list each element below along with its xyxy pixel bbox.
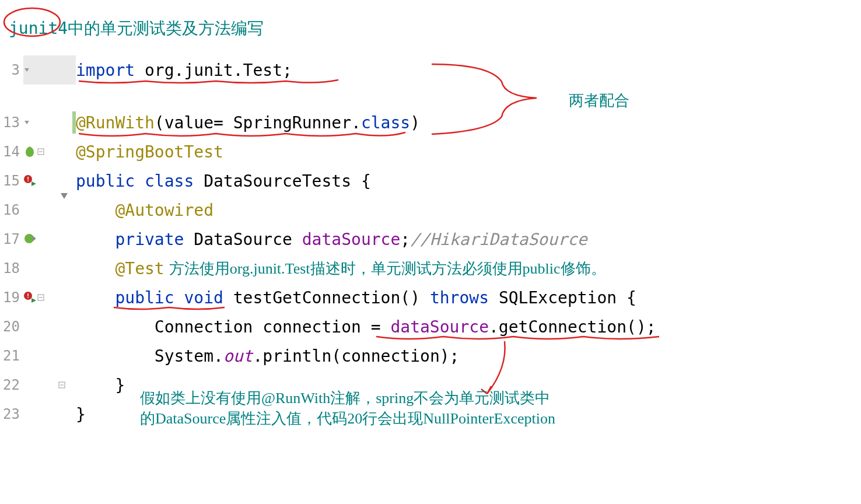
- code-line-20[interactable]: 20 Connection connection = dataSource.ge…: [0, 312, 656, 341]
- code-content[interactable]: import org.junit.Test;: [76, 61, 292, 80]
- line-number: 15: [0, 173, 23, 189]
- fold-icon[interactable]: [37, 148, 44, 155]
- code-line-22[interactable]: 22 }: [0, 370, 656, 400]
- line-number: 14: [0, 144, 23, 160]
- line-number: 18: [0, 260, 23, 276]
- title: junit4中的单元测试类及方法编写: [9, 18, 264, 40]
- svg-text:!: !: [26, 176, 30, 183]
- run-test-icon[interactable]: !: [23, 174, 36, 187]
- fold-icon[interactable]: [23, 119, 30, 126]
- code-line-21[interactable]: 21 System.out.println(connection);: [0, 341, 656, 370]
- code-line-18[interactable]: 18 @Test 方法使用org.junit.Test描述时，单元测试方法必须使…: [0, 254, 656, 283]
- code-content[interactable]: private DataSource dataSource;//HikariDa…: [76, 230, 587, 249]
- code-line-14[interactable]: 14 @SpringBootTest: [0, 137, 656, 166]
- line-number: 19: [0, 289, 23, 306]
- line-number: 13: [0, 114, 23, 131]
- line-number: 17: [0, 231, 23, 247]
- bean-icon: [23, 233, 36, 246]
- code-content[interactable]: Connection connection = dataSource.getCo…: [76, 317, 656, 337]
- spring-icon: [23, 145, 36, 158]
- code-editor[interactable]: 3 import org.junit.Test; 13 @RunWith(val…: [0, 55, 656, 429]
- code-content[interactable]: @Test: [76, 259, 164, 278]
- code-content[interactable]: public void testGetConnection() throws S…: [76, 288, 636, 307]
- code-content[interactable]: }: [76, 376, 125, 395]
- code-line-3[interactable]: 3 import org.junit.Test;: [0, 55, 656, 85]
- line-number: 23: [0, 406, 23, 422]
- code-spacer: [0, 85, 656, 108]
- title-circled: junit4: [9, 19, 68, 38]
- code-content[interactable]: }: [76, 405, 86, 424]
- code-line-16[interactable]: 16 @Autowired: [0, 195, 656, 225]
- fold-icon[interactable]: [37, 294, 44, 301]
- fold-end-icon[interactable]: [58, 382, 65, 388]
- title-rest: 中的单元测试类及方法编写: [68, 19, 264, 38]
- line-number: 21: [0, 348, 23, 364]
- code-line-17[interactable]: 17 private DataSource dataSource;//Hikar…: [0, 225, 656, 254]
- code-line-19[interactable]: 19 ! public void testGetConnection() thr…: [0, 283, 656, 312]
- code-line-23[interactable]: 23 }: [0, 400, 656, 429]
- annotation-note-2: 方法使用org.junit.Test描述时，单元测试方法必须使用public修饰…: [169, 258, 606, 279]
- fold-icon[interactable]: [23, 66, 30, 74]
- code-content[interactable]: public class DataSourceTests {: [76, 172, 371, 191]
- line-number: 20: [0, 318, 23, 335]
- code-line-15[interactable]: 15 ! public class DataSourceTests {: [0, 166, 656, 195]
- code-content[interactable]: @SpringBootTest: [76, 142, 223, 162]
- run-test-icon[interactable]: !: [23, 291, 36, 304]
- code-line-13[interactable]: 13 @RunWith(value= SpringRunner.class): [0, 108, 656, 137]
- code-content[interactable]: System.out.println(connection);: [76, 346, 459, 366]
- line-number: 22: [0, 377, 23, 393]
- code-content[interactable]: @RunWith(value= SpringRunner.class): [76, 113, 420, 132]
- line-number: 16: [0, 202, 23, 218]
- svg-text:!: !: [26, 292, 30, 300]
- line-number: 3: [0, 62, 23, 78]
- code-content[interactable]: @Autowired: [76, 201, 214, 220]
